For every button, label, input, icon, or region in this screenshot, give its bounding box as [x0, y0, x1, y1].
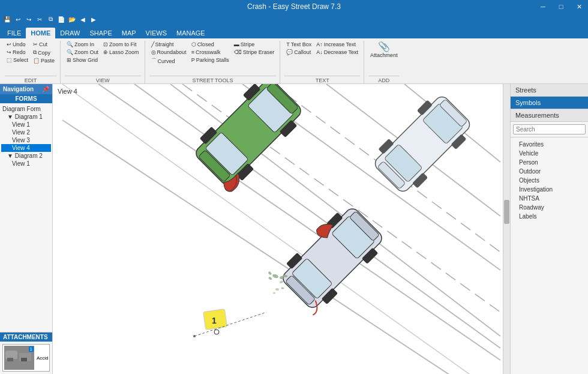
copy-button[interactable]: ⧉ Copy	[31, 49, 56, 56]
diag2-view1-item[interactable]: View 1	[1, 160, 51, 167]
maximize-button[interactable]: □	[552, 0, 570, 13]
ribbon-group-view: 🔍 Zoom In 🔍 Zoom Out ⊞ Show Grid ⊡ Zoom …	[61, 41, 145, 83]
diagram1-item[interactable]: ▼ Diagram 1	[1, 113, 51, 121]
app-title: Crash - Easy Street Draw 7.3	[247, 2, 341, 11]
symbols-list: Favorites Vehicle Person Outdoor Objects…	[511, 137, 588, 374]
attachment-thumbnail: 1	[4, 346, 34, 370]
decrease-text-button[interactable]: A↓ Decrease Text	[314, 49, 360, 56]
zoom-in-button[interactable]: 🔍 Zoom In	[65, 41, 100, 48]
menu-shape[interactable]: SHAPE	[85, 28, 116, 38]
diagram-svg[interactable]: 1	[53, 84, 510, 374]
cat-labels[interactable]: Labels	[514, 212, 584, 221]
cat-objects[interactable]: Objects	[514, 176, 584, 185]
qa-new[interactable]: 📄	[56, 14, 66, 24]
vertical-scrollbar[interactable]	[503, 84, 510, 374]
symbols-search	[511, 122, 588, 137]
increase-text-button[interactable]: A↑ Increase Text	[314, 41, 360, 48]
street-col2: ⬡ Closed ≡ Crosswalk P Parking Stalls	[190, 41, 231, 64]
canvas-area[interactable]: View 4	[53, 84, 510, 374]
stripe-button[interactable]: ▬ Stripe	[232, 41, 277, 48]
attachment-badge: 1	[29, 346, 34, 352]
forms-section: FORMS	[0, 94, 52, 103]
view-group-label: VIEW	[65, 76, 141, 83]
quick-access-toolbar: 💾 ↩ ↪ ✂ ⧉ 📄 📂 ◀ ▶	[0, 13, 588, 25]
qa-redo[interactable]: ↪	[24, 14, 34, 24]
svg-point-56	[193, 335, 196, 337]
attachment-label: AccidentCropp...	[37, 355, 48, 361]
closed-button[interactable]: ⬡ Closed	[190, 41, 231, 48]
textbox-button[interactable]: T Text Box	[284, 41, 313, 48]
view2-item[interactable]: View 2	[1, 128, 51, 136]
callout-button[interactable]: 💬 Callout	[284, 49, 313, 56]
view3-item[interactable]: View 3	[1, 136, 51, 144]
undo-button[interactable]: ↩ Undo	[5, 41, 30, 48]
crosswalk-button[interactable]: ≡ Crosswalk	[190, 49, 231, 56]
show-grid-button[interactable]: ⊞ Show Grid	[65, 56, 100, 64]
lasso-zoom-button[interactable]: ⊕ Lasso Zoom	[101, 49, 141, 56]
diagram-form-label: Diagram Form	[1, 105, 51, 113]
view1-item[interactable]: View 1	[1, 121, 51, 128]
street-col3: ▬ Stripe ⌫ Stripe Eraser	[232, 41, 277, 56]
roundabout-button[interactable]: ◎ Roundabout	[149, 49, 188, 56]
svg-point-51	[273, 292, 275, 294]
menu-draw[interactable]: DRAW	[55, 28, 85, 38]
cat-nhtsa[interactable]: NHTSA	[514, 194, 584, 203]
attachment-button[interactable]: 📎 Attachment	[368, 41, 400, 59]
diagram2-item[interactable]: ▼ Diagram 2	[1, 152, 51, 160]
curved-button[interactable]: ⌒ Curved	[149, 56, 188, 65]
qa-forward[interactable]: ▶	[89, 14, 98, 24]
menu-views[interactable]: VIEWS	[141, 28, 172, 38]
close-button[interactable]: ✕	[570, 0, 588, 13]
svg-rect-4	[21, 358, 27, 361]
street-group-label: STREET TOOLS	[149, 76, 277, 83]
cat-vehicle[interactable]: Vehicle	[514, 149, 584, 158]
minimize-button[interactable]: ─	[534, 0, 552, 13]
svg-text:1: 1	[212, 316, 217, 325]
view4-item[interactable]: View 4	[1, 144, 51, 152]
menu-home[interactable]: HOME	[26, 28, 55, 38]
qa-back[interactable]: ◀	[78, 14, 88, 24]
symbols-tab[interactable]: Symbols	[511, 97, 588, 109]
stripe-eraser-button[interactable]: ⌫ Stripe Eraser	[232, 49, 277, 56]
qa-cut[interactable]: ✂	[35, 14, 44, 24]
ribbon: ↩ Undo ↪ Redo ⬚ Select ✂ Cut ⧉ Copy 📋 Pa…	[0, 38, 588, 84]
cat-investigation[interactable]: Investigation	[514, 185, 584, 194]
zoom-fit-button[interactable]: ⊡ Zoom to Fit	[101, 41, 141, 48]
cut-button[interactable]: ✂ Cut	[31, 41, 56, 48]
straight-button[interactable]: ╱ Straight	[149, 41, 188, 48]
scrollbar-thumb[interactable]	[504, 200, 509, 224]
diagram-tree: Diagram Form ▼ Diagram 1 View 1 View 2 V…	[0, 103, 52, 332]
cat-outdoor[interactable]: Outdoor	[514, 167, 584, 176]
qa-undo[interactable]: ↩	[13, 14, 23, 24]
ribbon-edit-content: ↩ Undo ↪ Redo ⬚ Select ✂ Cut ⧉ Copy 📋 Pa…	[5, 41, 56, 74]
navigation-label: Navigation	[3, 86, 34, 92]
view-col2: ⊡ Zoom to Fit ⊕ Lasso Zoom	[101, 41, 141, 56]
qa-open[interactable]: 📂	[67, 14, 77, 24]
qa-copy[interactable]: ⧉	[46, 14, 55, 24]
menu-manage[interactable]: MANAGE	[172, 28, 210, 38]
cat-person[interactable]: Person	[514, 158, 584, 167]
ribbon-group-add: 📎 Attachment ADD	[365, 41, 403, 83]
measurements-tab[interactable]: Measurements	[511, 109, 588, 122]
ribbon-group-edit: ↩ Undo ↪ Redo ⬚ Select ✂ Cut ⧉ Copy 📋 Pa…	[1, 41, 61, 83]
main-layout: Navigation 📌 FORMS Diagram Form ▼ Diagra…	[0, 84, 588, 374]
menu-map[interactable]: MAP	[117, 28, 141, 38]
menu-file[interactable]: FILE	[2, 28, 26, 38]
cat-favorites[interactable]: Favorites	[514, 140, 584, 149]
qa-save[interactable]: 💾	[2, 14, 12, 24]
zoom-out-button[interactable]: 🔍 Zoom Out	[65, 49, 100, 56]
attachments-content: 1 AccidentCropp...	[0, 342, 52, 374]
attachment-item[interactable]: 1 AccidentCropp...	[2, 344, 50, 372]
nav-pin-icon[interactable]: 📌	[42, 86, 49, 92]
text-group-label: TEXT	[284, 76, 360, 83]
paste-button[interactable]: 📋 Paste	[31, 57, 56, 64]
redo-button[interactable]: ↪ Redo	[5, 49, 30, 56]
attachments-header: ATTACHMENTS	[0, 333, 52, 342]
parking-button[interactable]: P Parking Stalls	[190, 56, 231, 64]
streets-tab[interactable]: Streets	[511, 84, 588, 97]
select-button[interactable]: ⬚ Select	[5, 56, 30, 64]
search-input[interactable]	[513, 124, 586, 134]
titlebar: Crash - Easy Street Draw 7.3 ─ □ ✕	[0, 0, 588, 13]
cat-roadway[interactable]: Roadway	[514, 203, 584, 212]
ribbon-add-content: 📎 Attachment	[368, 41, 400, 74]
